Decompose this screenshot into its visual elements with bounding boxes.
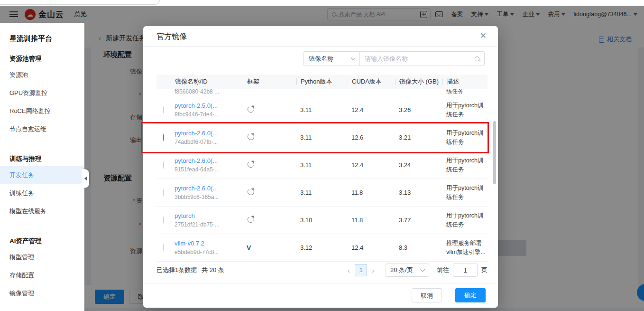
screen: ☁ 金山云 总览 搜索产品 文档 API 中 备案 支持 工单 企业 费用 li… (0, 0, 644, 311)
sidebar-item[interactable]: 模型在线服务 (0, 202, 84, 220)
image-id: 9fbc9446-7de4-... (175, 111, 243, 118)
chevron-down-icon (351, 56, 356, 60)
sidebar-item[interactable]: 训练任务 (0, 184, 84, 202)
row-radio[interactable] (163, 244, 164, 252)
sidebar-section-label: AI资产管理 (0, 237, 84, 245)
official-image-modal: 官方镜像 ✕ 镜像名称 镜像名称/ID 框架 Python版本 CUDA版本 镜… (143, 26, 498, 308)
next-page-button[interactable]: › (370, 266, 376, 274)
browser-tab-edge (0, 0, 160, 5)
image-name-link[interactable]: pytorch-2.5.0(... (175, 102, 243, 110)
prev-page-button[interactable]: ‹ (346, 266, 352, 274)
browser-chrome-strip (0, 0, 644, 6)
sidebar-item[interactable]: RoCE网络监控 (0, 102, 84, 120)
image-desc: 用于pytorch训练任务 (442, 184, 488, 201)
image-desc: 用于pytorch训练任务 (442, 129, 488, 146)
col-python: Python版本 (296, 78, 348, 85)
image-size: 8.3 (395, 244, 442, 251)
close-icon[interactable]: ✕ (480, 32, 487, 40)
col-size: 镜像大小 (GB) (395, 78, 442, 85)
python-version: 3.12 (296, 244, 348, 251)
image-id: 3bbb59c6-365a... (175, 194, 243, 201)
modal-confirm-button[interactable]: 确定 (455, 288, 486, 302)
image-search-input[interactable] (360, 55, 475, 62)
table-row[interactable]: pytorch-2.6.0(... 3bbb59c6-365a... 3.11 … (156, 179, 488, 207)
framework-icon: V (247, 244, 251, 252)
image-id: e5bdeb9d-77c8... (175, 249, 243, 256)
table-header: 镜像名称/ID 框架 Python版本 CUDA版本 镜像大小 (GB) 描述 (156, 75, 488, 89)
sidebar: 星流训推平台 资源池管理 资源池GPU资源监控RoCE网络监控节点自愈运维 训练… (0, 23, 84, 311)
col-name-id: 镜像名称/ID (171, 78, 243, 85)
sidebar-item[interactable]: 镜像管理 (0, 284, 84, 302)
python-version: 3.11 (296, 106, 348, 113)
image-id: 74adbdf6-07fb-... (175, 139, 243, 146)
clipped-image-id: f8566080-42b8 ... (171, 89, 243, 95)
sidebar-section-items: 资源池GPU资源监控RoCE网络监控节点自愈运维 (0, 66, 84, 138)
row-radio[interactable] (163, 161, 164, 169)
image-desc: 用于pytorch训练任务 (442, 101, 488, 118)
sidebar-section-train-infer: 训练与推理 开发任务训练任务模型在线服务 (0, 147, 84, 220)
sidebar-section-items: 模型管理存储配置镜像管理 (0, 248, 84, 302)
sidebar-item[interactable]: GPU资源监控 (0, 84, 84, 102)
image-name-link[interactable]: vllm-v0.7.2 (175, 239, 243, 247)
sidebar-item[interactable]: 开发任务 (0, 166, 84, 184)
image-size: 3.77 (395, 217, 442, 224)
image-size: 3.13 (395, 189, 442, 196)
image-id: 2751df21-db75-... (175, 221, 243, 228)
row-radio[interactable] (163, 106, 164, 114)
sidebar-section-resource-pool: 资源池管理 资源池GPU资源监控RoCE网络监控节点自愈运维 (0, 55, 84, 138)
selected-count: 已选择1条数据 (156, 266, 197, 274)
page-size-select[interactable]: 20 条/页 (386, 264, 429, 277)
page-number-active[interactable]: 1 (355, 264, 367, 276)
image-desc: 用于pytorch训练任务 (442, 211, 488, 228)
image-name-link[interactable]: pytorch-2.6.0(... (175, 157, 243, 165)
goto-label: 前往 (437, 266, 449, 274)
table-row[interactable]: pytorch 2751df21-db75-... 3.10 11.8 3.77… (156, 207, 488, 234)
sidebar-title: 星流训推平台 (0, 23, 84, 43)
col-framework: 框架 (243, 78, 296, 85)
cuda-version: 12.4 (348, 161, 395, 169)
image-id: 9151fea4-64a5-... (175, 166, 243, 173)
table-scrollbar[interactable] (493, 121, 496, 184)
python-version: 3.11 (296, 189, 348, 196)
cuda-version: 12.4 (348, 106, 395, 113)
row-radio[interactable] (163, 188, 164, 197)
image-name-link[interactable]: pytorch-2.6.0(... (175, 184, 243, 192)
sidebar-collapse-handle[interactable] (82, 169, 89, 188)
chevron-down-icon (421, 267, 425, 272)
sidebar-section-items: 开发任务训练任务模型在线服务 (0, 166, 84, 220)
sidebar-item[interactable]: 资源池 (0, 66, 84, 84)
sidebar-section-ai-assets: AI资产管理 模型管理存储配置镜像管理 (0, 229, 84, 302)
table-row[interactable]: vllm-v0.7.2 e5bdeb9d-77c8... V 3.12 12.4… (156, 234, 488, 262)
python-version: 3.10 (296, 217, 348, 224)
row-radio[interactable] (163, 216, 164, 224)
image-name-link[interactable]: pytorch (175, 212, 243, 220)
cuda-version: 12.4 (348, 244, 395, 251)
table-row[interactable]: pytorch-2.6.0(... 74adbdf6-07fb-... 3.11… (156, 124, 488, 151)
pagination-bar: 已选择1条数据 共 20 条 ‹ 1 › 20 条/页 前往 页 (156, 264, 488, 277)
clipped-desc: 练任务 (442, 89, 488, 95)
image-desc: 推理服务部署vllm加速引擎... (442, 239, 488, 256)
cuda-version: 11.8 (348, 217, 395, 224)
table-row[interactable]: pytorch-2.6.0(... 9151fea4-64a5-... 3.11… (156, 151, 488, 179)
cuda-version: 12.6 (348, 134, 395, 141)
image-name-link[interactable]: pytorch-2.6.0(... (175, 129, 243, 137)
row-radio[interactable] (163, 133, 164, 141)
modal-title: 官方镜像 (156, 32, 187, 40)
sidebar-item[interactable]: 模型管理 (0, 248, 84, 266)
total-count: 共 20 条 (202, 266, 224, 274)
table-row[interactable]: pytorch-2.5.0(... 9fbc9446-7de4-... 3.11… (156, 96, 488, 124)
clipped-table-row: f8566080-42b8 ... 练任务 (156, 89, 488, 96)
framework-icon (248, 161, 254, 168)
modal-header: 官方镜像 ✕ (143, 26, 498, 47)
sidebar-section-label: 资源池管理 (0, 55, 84, 63)
search-icon[interactable] (475, 57, 479, 61)
framework-icon (248, 216, 254, 223)
sidebar-section-label: 训练与推理 (0, 155, 84, 163)
sidebar-item[interactable]: 节点自愈运维 (0, 120, 84, 138)
modal-cancel-button[interactable]: 取消 (412, 288, 442, 302)
search-field-select[interactable]: 镜像名称 (304, 52, 360, 66)
col-desc: 描述 (442, 78, 488, 85)
image-size: 3.21 (395, 134, 442, 141)
goto-page-input[interactable] (453, 264, 478, 277)
sidebar-item[interactable]: 存储配置 (0, 266, 84, 284)
